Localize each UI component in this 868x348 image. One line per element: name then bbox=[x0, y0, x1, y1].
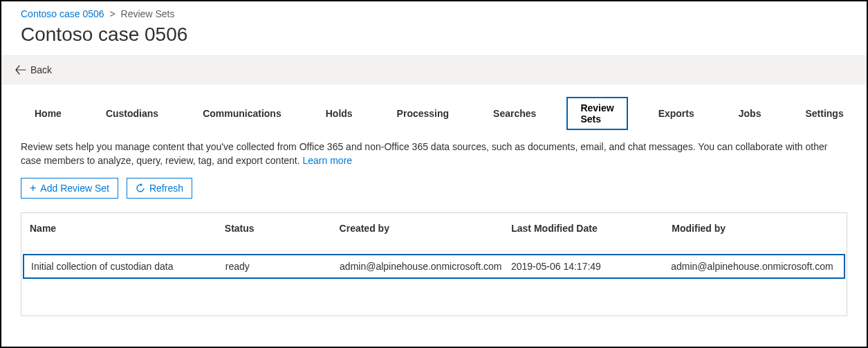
tab-home[interactable]: Home bbox=[21, 102, 75, 125]
action-buttons: + Add Review Set Refresh bbox=[1, 175, 867, 212]
breadcrumb: Contoso case 0506 > Review Sets bbox=[1, 1, 867, 21]
back-bar: Back bbox=[1, 55, 867, 84]
cell-last-modified: 2019-05-06 14:17:49 bbox=[508, 261, 668, 272]
refresh-icon bbox=[136, 183, 145, 193]
refresh-label: Refresh bbox=[149, 183, 183, 194]
cell-status: ready bbox=[223, 261, 337, 272]
tab-review-sets[interactable]: Review Sets bbox=[566, 97, 627, 130]
review-sets-table: Name Status Created by Last Modified Dat… bbox=[21, 212, 847, 316]
learn-more-link[interactable]: Learn more bbox=[303, 155, 353, 166]
add-review-set-button[interactable]: + Add Review Set bbox=[21, 178, 118, 199]
cell-created-by: admin@alpinehouse.onmicrosoft.com bbox=[337, 261, 508, 272]
description-row: Review sets help you manage content that… bbox=[1, 136, 867, 175]
table-header: Name Status Created by Last Modified Dat… bbox=[21, 213, 847, 251]
cell-modified-by: admin@alpinehouse.onmicrosoft.com bbox=[668, 261, 840, 272]
tab-custodians[interactable]: Custodians bbox=[92, 102, 172, 125]
breadcrumb-current: Review Sets bbox=[121, 8, 175, 19]
col-last-modified[interactable]: Last Modified Date bbox=[508, 223, 669, 234]
arrow-left-icon bbox=[15, 65, 26, 75]
tab-jobs[interactable]: Jobs bbox=[725, 102, 775, 125]
cell-name: Initial collection of custodian data bbox=[28, 261, 223, 272]
back-button[interactable]: Back bbox=[15, 64, 52, 75]
refresh-button[interactable]: Refresh bbox=[127, 178, 192, 199]
back-label: Back bbox=[30, 64, 52, 75]
col-modified-by[interactable]: Modified by bbox=[669, 223, 841, 234]
tab-settings[interactable]: Settings bbox=[791, 102, 857, 125]
col-status[interactable]: Status bbox=[222, 223, 337, 234]
tab-bar: Home Custodians Communications Holds Pro… bbox=[1, 84, 867, 136]
tab-communications[interactable]: Communications bbox=[189, 102, 295, 125]
breadcrumb-root-link[interactable]: Contoso case 0506 bbox=[21, 8, 104, 19]
tab-holds[interactable]: Holds bbox=[312, 102, 367, 125]
tab-processing[interactable]: Processing bbox=[383, 102, 463, 125]
col-name[interactable]: Name bbox=[27, 223, 222, 234]
tab-exports[interactable]: Exports bbox=[645, 102, 708, 125]
add-review-set-label: Add Review Set bbox=[40, 183, 109, 194]
breadcrumb-separator: > bbox=[110, 8, 116, 19]
col-created-by[interactable]: Created by bbox=[337, 223, 509, 234]
description-text: Review sets help you manage content that… bbox=[21, 141, 827, 166]
table-row[interactable]: Initial collection of custodian data rea… bbox=[23, 254, 845, 279]
page-title: Contoso case 0506 bbox=[1, 21, 867, 55]
plus-icon: + bbox=[30, 183, 36, 193]
tab-searches[interactable]: Searches bbox=[479, 102, 550, 125]
